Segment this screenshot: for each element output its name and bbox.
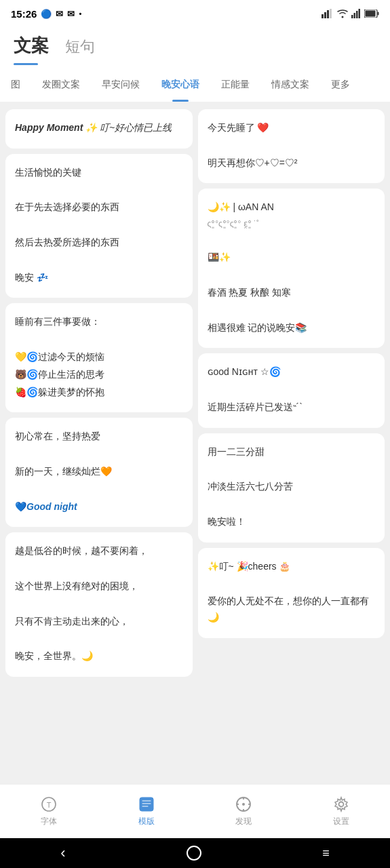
- left-column: Happy Moment ✨ 叮~好心情已上线 生活愉悦的关键 在于先去选择必要…: [5, 109, 193, 677]
- card-r5-line-1: ✨叮~ 🎉cheers 🎂: [208, 559, 376, 575]
- card-r4-line-2: [208, 462, 376, 478]
- card-2-line-4: [15, 217, 183, 233]
- card-3-line-1: 睡前有三件事要做：: [15, 314, 183, 330]
- settings-icon: [332, 795, 350, 813]
- svg-rect-10: [366, 11, 376, 17]
- card-4-line-4: [15, 481, 183, 498]
- nav-discover[interactable]: 发现: [221, 790, 266, 833]
- card-r2-line-8: 相遇很难 记的说晚安📚: [208, 320, 376, 336]
- card-4-line-2: [15, 446, 183, 462]
- nav-discover-label: 发现: [235, 816, 252, 827]
- card-4[interactable]: 初心常在，坚持热爱 新的一天，继续灿烂🧡 💙Good night: [5, 418, 193, 527]
- svg-rect-11: [378, 12, 379, 16]
- svg-rect-16: [142, 803, 151, 804]
- card-r1-line-2: [208, 138, 376, 154]
- card-r5[interactable]: ✨叮~ 🎉cheers 🎂 爱你的人无处不在，想你的人一直都有🌙: [198, 548, 385, 638]
- category-item-6[interactable]: 更多: [320, 75, 361, 95]
- card-r4-line-5: 晚安啦！: [208, 514, 376, 530]
- card-2-line-6: [15, 252, 183, 269]
- card-2-line-2: [15, 182, 183, 199]
- nav-template[interactable]: 模版: [124, 790, 169, 833]
- card-r3-line-2: [208, 382, 376, 398]
- svg-rect-6: [354, 13, 356, 18]
- category-item-5[interactable]: 情感文案: [260, 75, 320, 95]
- nav-font[interactable]: T 字体: [26, 790, 71, 833]
- nav-settings[interactable]: 设置: [319, 790, 364, 833]
- card-r1-line-3: 明天再想你♡+♡=♡²: [208, 155, 376, 172]
- card-r5-line-2: [208, 576, 376, 593]
- card-r1[interactable]: 今天先睡了 ❤️ 明天再想你♡+♡=♡²: [198, 109, 385, 183]
- svg-rect-5: [351, 15, 353, 18]
- android-bar: ‹ ≡: [0, 838, 390, 868]
- card-2[interactable]: 生活愉悦的关键 在于先去选择必要的东西 然后去热爱所选择的东西 晚安 💤: [5, 154, 193, 298]
- card-5-line-5: 只有不肯主动走出来的心，: [15, 614, 183, 630]
- card-r2-line-1: 🌙✨ | ωAN AN: [208, 199, 376, 216]
- status-bar: 15:26 🔵 ✉ ✉ •: [0, 0, 390, 27]
- card-r4-line-3: 冲淡生活六七八分苦: [208, 479, 376, 495]
- card-2-line-1: 生活愉悦的关键: [15, 165, 183, 181]
- status-time: 15:26: [11, 8, 37, 20]
- svg-rect-7: [356, 11, 358, 18]
- category-item-3[interactable]: 晚安心语: [151, 75, 210, 95]
- card-3[interactable]: 睡前有三件事要做： 💛🌀过滤今天的烦恼 🐻🌀停止生活的思考 🍓🌀躲进美梦的怀抱: [5, 303, 193, 412]
- card-1[interactable]: Happy Moment ✨ 叮~好心情已上线: [5, 109, 193, 149]
- font-icon: T: [40, 795, 58, 813]
- status-icons-right: [321, 9, 379, 18]
- category-item-4[interactable]: 正能量: [210, 75, 260, 95]
- header-tabs: 文案 短句: [14, 34, 376, 68]
- android-home[interactable]: [187, 846, 201, 861]
- category-item-1[interactable]: 发圈文案: [31, 75, 91, 95]
- card-r3[interactable]: ɢood Nɪɢнт ☆🌀 近期生活碎片已发送˵´`: [198, 353, 385, 427]
- card-3-line-2: [15, 332, 183, 348]
- svg-rect-1: [324, 12, 326, 18]
- card-r2-line-2: ς°͈°ς°͈°ς°͈° ε̯°͈ ˙˚: [208, 217, 376, 231]
- template-icon: [138, 795, 155, 813]
- status-icon-3: ✉: [67, 9, 75, 19]
- battery-icon: [364, 9, 379, 18]
- category-item-0[interactable]: 图: [0, 75, 31, 95]
- card-5[interactable]: 越是低谷的时候，越不要闲着， 这个世界上没有绝对的困境， 只有不肯主动走出来的心…: [5, 532, 193, 677]
- svg-text:T: T: [47, 801, 52, 809]
- discover-icon: [235, 795, 252, 813]
- card-4-line-3: 新的一天，继续灿烂🧡: [15, 464, 183, 480]
- category-item-2[interactable]: 早安问候: [91, 75, 151, 95]
- nav-template-label: 模版: [138, 816, 155, 827]
- card-r4[interactable]: 用一二三分甜 冲淡生活六七八分苦 晚安啦！: [198, 433, 385, 542]
- tab-duanju[interactable]: 短句: [65, 37, 95, 61]
- card-3-line-5: 🍓🌀躲进美梦的怀抱: [15, 384, 183, 401]
- signal-icon: [321, 9, 334, 18]
- nav-font-label: 字体: [41, 816, 57, 827]
- card-5-line-3: 这个世界上没有绝对的困境，: [15, 578, 183, 595]
- card-1-text: Happy Moment ✨ 叮~好心情已上线: [15, 120, 183, 136]
- card-5-line-2: [15, 561, 183, 577]
- card-2-line-7: 晚安 💤: [15, 270, 183, 286]
- svg-rect-8: [359, 9, 361, 18]
- svg-rect-3: [330, 9, 332, 18]
- tab-wanan-label: 文案: [14, 34, 49, 62]
- status-icon-2: ✉: [56, 9, 63, 19]
- card-r3-line-3: 近期生活碎片已发送˵´`: [208, 399, 376, 416]
- tab-wanan[interactable]: 文案: [14, 34, 49, 68]
- card-r3-line-1: ɢood Nɪɢнт ☆🌀: [208, 364, 376, 380]
- card-r2-line-7: [208, 302, 376, 319]
- tab-underline: [14, 63, 38, 65]
- card-5-line-7: 晚安，全世界。🌙: [15, 648, 183, 665]
- card-3-line-4: 🐻🌀停止生活的思考: [15, 367, 183, 383]
- network-icon: [351, 9, 361, 18]
- card-r2-line-5: [208, 267, 376, 283]
- right-column: 今天先睡了 ❤️ 明天再想你♡+♡=♡² 🌙✨ | ωAN AN ς°͈°ς°͈…: [198, 109, 385, 638]
- card-r2[interactable]: 🌙✨ | ωAN AN ς°͈°ς°͈°ς°͈° ε̯°͈ ˙˚ 🍱✨ 春酒 热…: [198, 189, 385, 348]
- nav-settings-label: 设置: [333, 816, 349, 827]
- android-back[interactable]: ‹: [60, 844, 65, 862]
- svg-rect-15: [142, 800, 151, 802]
- status-icon-1: 🔵: [41, 9, 52, 19]
- svg-rect-2: [327, 10, 329, 18]
- category-nav: 图 发圈文案 早安问候 晚安心语 正能量 情感文案 更多: [0, 68, 390, 102]
- svg-rect-17: [142, 806, 149, 807]
- card-r4-line-1: 用一二三分甜: [208, 444, 376, 460]
- card-r2-line-4: 🍱✨: [208, 250, 376, 266]
- card-5-line-6: [15, 631, 183, 647]
- android-menu[interactable]: ≡: [322, 846, 330, 861]
- svg-point-19: [242, 803, 245, 806]
- card-5-line-4: [15, 596, 183, 612]
